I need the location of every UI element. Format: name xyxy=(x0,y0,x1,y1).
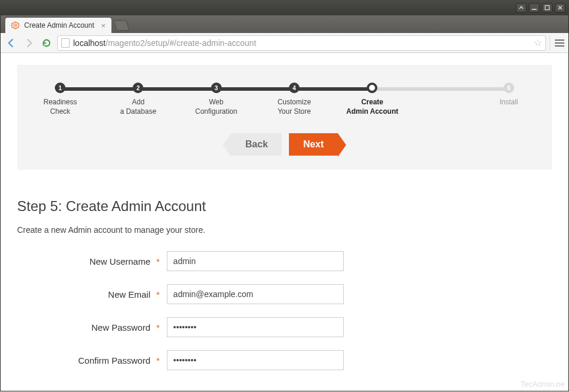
bookmark-star-icon[interactable]: ☆ xyxy=(534,37,542,48)
required-star-icon: * xyxy=(156,355,160,365)
confirm-password-input[interactable] xyxy=(167,350,344,370)
step-create-admin-account[interactable]: Create Admin Account xyxy=(340,83,404,116)
step-customize-store[interactable]: 4 Customize Your Store xyxy=(262,83,327,116)
step-readiness-check[interactable]: 1 Readiness Check xyxy=(28,83,93,116)
field-row-confirm-password: Confirm Password * xyxy=(17,350,552,370)
url-text: localhost/magento2/setup/#/create-admin-… xyxy=(73,38,256,48)
required-star-icon: * xyxy=(156,256,160,266)
svg-rect-4 xyxy=(555,42,564,44)
stepper-panel: 1 Readiness Check 2 Add a Database 3 Web… xyxy=(17,65,552,170)
new-tab-button[interactable] xyxy=(113,20,130,31)
window-roll-icon[interactable] xyxy=(516,3,527,12)
browser-menu-button[interactable] xyxy=(550,35,565,51)
email-input[interactable] xyxy=(167,284,344,304)
email-label: New Email xyxy=(17,289,153,299)
required-star-icon: * xyxy=(156,289,160,299)
url-bar[interactable]: localhost/magento2/setup/#/create-admin-… xyxy=(57,35,546,51)
field-row-password: New Password * xyxy=(17,317,552,337)
page-icon xyxy=(61,38,70,48)
password-label: New Password xyxy=(17,322,153,332)
back-step-button[interactable]: Back xyxy=(231,133,282,156)
browser-tab[interactable]: Create Admin Account × xyxy=(5,18,111,33)
reload-button[interactable] xyxy=(40,36,54,50)
tabstrip: Create Admin Account × xyxy=(1,15,568,33)
svg-rect-0 xyxy=(532,9,537,10)
window-maximize-button[interactable] xyxy=(542,3,552,12)
field-row-email: New Email * xyxy=(17,284,552,304)
field-row-username: New Username * xyxy=(17,251,552,271)
step-add-database[interactable]: 2 Add a Database xyxy=(106,83,170,116)
forward-button[interactable] xyxy=(22,36,36,50)
next-step-button[interactable]: Next xyxy=(289,133,338,156)
os-titlebar xyxy=(0,0,569,15)
watermark: TecAdmin.ne xyxy=(521,380,565,388)
username-input[interactable] xyxy=(167,251,344,271)
browser-chrome: Create Admin Account × localhost/magento… xyxy=(0,15,569,391)
svg-rect-5 xyxy=(555,45,564,47)
confirm-password-label: Confirm Password xyxy=(17,355,153,365)
back-button[interactable] xyxy=(4,36,18,50)
install-stepper: 1 Readiness Check 2 Add a Database 3 Web… xyxy=(41,83,528,118)
required-star-icon: * xyxy=(156,322,160,332)
browser-toolbar: localhost/magento2/setup/#/create-admin-… xyxy=(1,33,568,53)
svg-rect-3 xyxy=(555,39,564,41)
step-install[interactable]: 6 Install xyxy=(476,83,541,107)
tab-title: Create Admin Account xyxy=(24,21,96,29)
admin-account-form: Step 5: Create Admin Account Create a ne… xyxy=(17,170,552,370)
page-viewport[interactable]: 1 Readiness Check 2 Add a Database 3 Web… xyxy=(1,53,568,391)
username-label: New Username xyxy=(17,256,153,266)
tab-close-icon[interactable]: × xyxy=(101,21,106,30)
step-description: Create a new Admin account to manage you… xyxy=(17,225,552,235)
magento-favicon-icon xyxy=(11,21,19,29)
password-input[interactable] xyxy=(167,317,344,337)
step-web-configuration[interactable]: 3 Web Configuration xyxy=(184,83,249,116)
window-close-button[interactable] xyxy=(555,3,565,12)
svg-rect-1 xyxy=(545,6,550,10)
window-minimize-button[interactable] xyxy=(529,3,540,12)
step-heading: Step 5: Create Admin Account xyxy=(17,198,552,215)
